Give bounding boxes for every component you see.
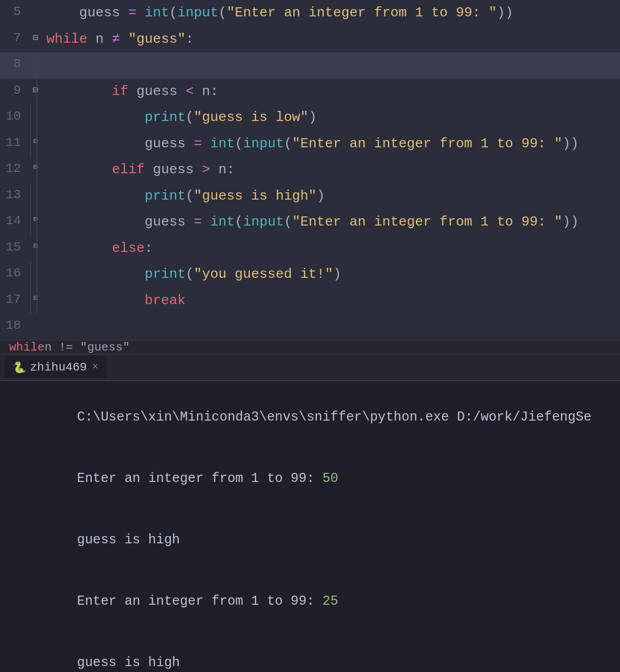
code-content-16: print("you guessed it!") (44, 261, 620, 288)
indent-guide-10b (36, 105, 37, 131)
line-number-17: 17 (0, 288, 27, 314)
token: "guess" (128, 31, 186, 47)
indent-guide-11b (36, 131, 37, 157)
gutter-13 (27, 183, 44, 210)
token: ( (186, 110, 194, 125)
line-number-9: 9 (0, 79, 27, 105)
token: print (145, 188, 186, 204)
token: n: (194, 84, 218, 99)
line-number-12: 12 (0, 157, 27, 183)
terminal-value-3: 25 (323, 594, 338, 609)
token: else (112, 241, 145, 256)
indent-guide-10a (30, 105, 31, 131)
terminal-text-4: guess is high (77, 655, 180, 670)
code-line-16: 16 print("you guessed it!") (0, 261, 620, 288)
code-line-10: 10 print("guess is low") (0, 105, 620, 131)
token: = (194, 136, 202, 151)
token: : (145, 241, 153, 256)
code-line-15: 15 ⊟ else: (0, 236, 620, 262)
token: ( (218, 5, 227, 20)
token: ( (235, 136, 243, 151)
code-content-12: elif guess > n: (44, 157, 620, 183)
gutter-8 (27, 52, 44, 79)
token: "guess is low" (194, 110, 308, 125)
line-number-14: 14 (0, 209, 27, 236)
token: guess (145, 162, 202, 177)
code-line-5: 5 guess = int(input("Enter an integer fr… (0, 0, 620, 26)
gutter-12: ⊟ (27, 157, 44, 183)
token: ) (333, 266, 341, 282)
code-line-14: 14 ⊟ guess = int(input("Enter an integer… (0, 209, 620, 236)
token: input (243, 136, 284, 151)
code-line-17: 17 ⊟ break (0, 288, 620, 314)
line-number-10: 10 (0, 105, 27, 131)
code-content-17: break (44, 288, 620, 314)
token: break (145, 293, 186, 308)
terminal-output-4: guess is high (14, 632, 606, 672)
line-number-5: 5 (0, 0, 27, 26)
token: ) (317, 188, 325, 204)
editor-area: 5 guess = int(input("Enter an integer fr… (0, 0, 620, 340)
line-number-8: 8 (0, 52, 27, 79)
terminal-tab-close[interactable]: × (92, 361, 98, 373)
token: n (87, 31, 112, 47)
token: "Enter an integer from 1 to 99: " (292, 136, 562, 151)
terminal-text-1: Enter an integer from 1 to 99: (77, 471, 323, 486)
gutter-11: ⊟ (27, 131, 44, 157)
token: input (243, 214, 284, 230)
code-content-10: print("guess is low") (44, 105, 620, 131)
token: )) (562, 214, 579, 230)
token: int (210, 214, 235, 230)
terminal-text-2: guess is high (77, 532, 180, 547)
terminal-output-3: Enter an integer from 1 to 99: 25 (14, 571, 606, 632)
token: guess (79, 5, 128, 20)
token: )) (562, 136, 579, 151)
line-number-11: 11 (0, 131, 27, 157)
fold-arrow-7[interactable]: ⊟ (33, 32, 38, 43)
token: ) (308, 110, 317, 125)
token: n: (210, 162, 235, 177)
breadcrumb-text: n != "guess" (45, 341, 130, 354)
code-content-9: if guess < n: (44, 79, 620, 105)
terminal-output-1: Enter an integer from 1 to 99: 50 (14, 448, 606, 510)
gutter-9: ⊟ (27, 79, 44, 105)
token: ( (284, 136, 292, 151)
gutter-17: ⊟ (27, 288, 44, 314)
terminal-content: C:\Users\xin\Miniconda3\envs\sniffer\pyt… (0, 381, 620, 672)
token: ( (284, 214, 292, 230)
fold-arrow-9[interactable]: ⊟ (33, 84, 38, 95)
token: print (145, 110, 186, 125)
line-number-18: 18 (0, 314, 27, 340)
terminal-tab-zhihu469[interactable]: 🐍 zhihu469 × (5, 356, 106, 378)
token: elif (112, 162, 145, 177)
indent-guide-8 (35, 52, 36, 79)
code-line-13: 13 print("guess is high") (0, 183, 620, 210)
indent-guide-14b (36, 209, 37, 236)
terminal-area: 🐍 zhihu469 × C:\Users\xin\Miniconda3\env… (0, 355, 620, 672)
indent-guide-16b (36, 261, 37, 288)
indent-guide-13a (30, 183, 31, 210)
code-line-11: 11 ⊟ guess = int(input("Enter an integer… (0, 131, 620, 157)
token: ≠ (112, 31, 120, 47)
code-line-7: 7 ⊟ while n ≠ "guess": (0, 26, 620, 53)
indent-guide-17a (30, 288, 31, 314)
line-number-15: 15 (0, 236, 27, 262)
terminal-tab-bar: 🐍 zhihu469 × (0, 355, 620, 381)
token: = (128, 5, 136, 20)
token: )) (497, 5, 513, 20)
token: while (46, 31, 87, 47)
code-content-7: while n ≠ "guess": (44, 26, 620, 53)
code-line-8: 8 (0, 52, 620, 79)
indent-guide-11a (30, 131, 31, 157)
indent-guide-9 (36, 79, 37, 105)
gutter-7: ⊟ (27, 26, 44, 53)
gutter-16 (27, 261, 44, 288)
token: "guess is high" (194, 188, 317, 204)
code-content-5: guess = int(input("Enter an integer from… (44, 0, 620, 26)
token: int (210, 136, 235, 151)
gutter-18 (27, 314, 44, 340)
terminal-path-line: C:\Users\xin\Miniconda3\envs\sniffer\pyt… (14, 387, 606, 449)
indent-guide-14a (30, 209, 31, 236)
indent-guide-13b (36, 183, 37, 210)
token (136, 5, 145, 20)
